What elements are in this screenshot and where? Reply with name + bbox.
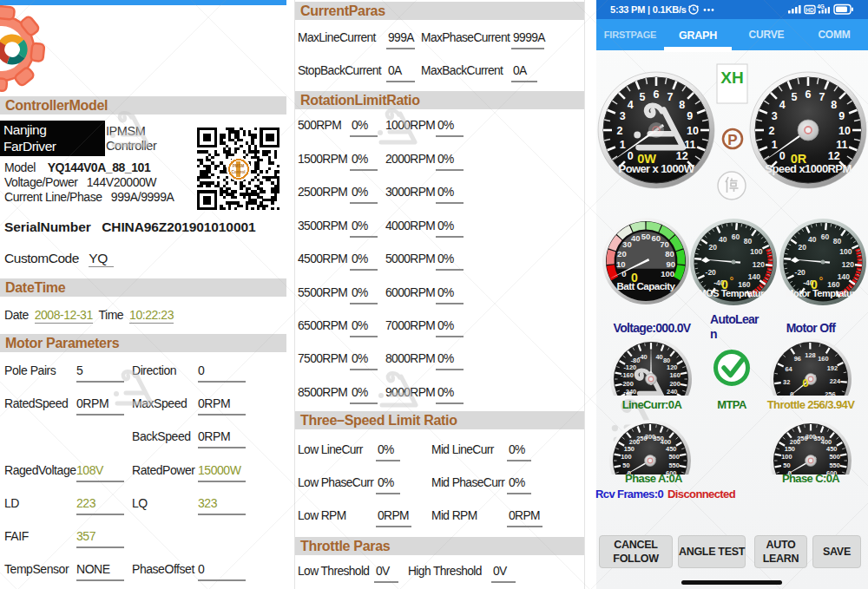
svg-text:Control: Control bbox=[232, 170, 246, 174]
svg-text:PMSM: PMSM bbox=[233, 164, 245, 168]
